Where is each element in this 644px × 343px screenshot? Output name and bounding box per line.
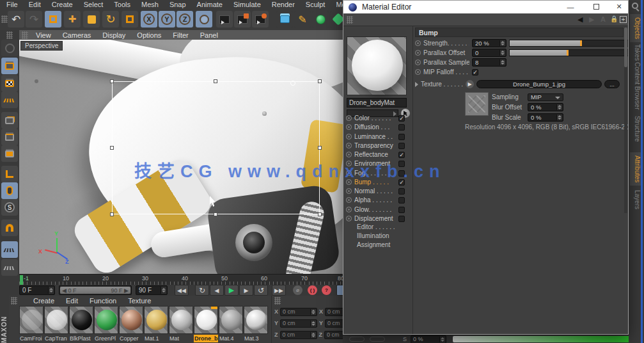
material-editor-titlebar[interactable]: Material Editor — ✕ bbox=[343, 1, 628, 13]
lock-y-axis-icon[interactable]: Y bbox=[159, 11, 175, 28]
material-item[interactable]: Mat bbox=[169, 306, 193, 343]
material-preview[interactable] bbox=[347, 36, 407, 95]
texture-file-button[interactable]: Drone_Bump_1.jpg bbox=[476, 80, 602, 88]
page-illumination[interactable]: Illumination bbox=[357, 232, 389, 239]
parallax-samples-anim-dot[interactable] bbox=[415, 60, 421, 65]
channel-displacement[interactable]: Displacement bbox=[346, 214, 410, 223]
model-mode-icon[interactable] bbox=[1, 58, 18, 74]
end-frame-field[interactable]: 90 F bbox=[136, 285, 168, 295]
parallax-samples-field[interactable]: 8 bbox=[472, 58, 507, 67]
channel-environment[interactable]: Environment bbox=[346, 159, 410, 168]
record-keyframe-icon[interactable]: ⌀ bbox=[293, 285, 302, 295]
rotate-tool-icon[interactable]: ↻ bbox=[102, 11, 119, 28]
coord-y-field[interactable]: 0 cm bbox=[280, 319, 317, 328]
material-item-selected[interactable]: Drone_b bbox=[194, 306, 218, 343]
me-scrollbar[interactable] bbox=[624, 28, 627, 213]
timeline-ruler[interactable]: -1 10 20 30 40 50 60 70 80 bbox=[19, 274, 343, 285]
channel-checkbox[interactable] bbox=[398, 188, 405, 195]
channel-checkbox[interactable] bbox=[398, 170, 405, 177]
channel-checkbox[interactable] bbox=[398, 161, 405, 167]
channel-checkbox[interactable] bbox=[398, 124, 405, 131]
redo-icon[interactable]: ↷ bbox=[26, 11, 42, 28]
me-toolbar-grip[interactable] bbox=[347, 16, 353, 24]
points-mode-icon[interactable] bbox=[1, 112, 18, 129]
menu-simulate[interactable]: Simulate bbox=[233, 1, 261, 8]
maximize-icon[interactable] bbox=[586, 1, 606, 13]
mat-menu-create[interactable]: Create bbox=[33, 297, 54, 305]
magnet-snap-icon[interactable] bbox=[1, 219, 18, 236]
blur-offset-field[interactable]: 0 % bbox=[528, 103, 563, 111]
spline-pen-icon[interactable]: ✎ bbox=[294, 11, 311, 28]
mat-menu-edit[interactable]: Edit bbox=[66, 297, 78, 305]
live-selection-icon[interactable] bbox=[45, 11, 61, 28]
play-loop-icon[interactable]: ↺ bbox=[254, 285, 268, 296]
world-mode-icon[interactable] bbox=[1, 40, 18, 56]
channel-checkbox[interactable]: ✓ bbox=[398, 115, 405, 122]
viewport-view-label[interactable]: Perspective bbox=[20, 41, 63, 51]
channel-checkbox[interactable] bbox=[398, 207, 405, 213]
channel-radio[interactable] bbox=[346, 152, 352, 157]
channel-radio[interactable] bbox=[346, 197, 352, 203]
strength-field[interactable]: 20 % bbox=[472, 39, 507, 47]
channel-normal[interactable]: Normal . . . . . bbox=[346, 187, 410, 195]
material-item[interactable]: Mat.1 bbox=[144, 306, 168, 343]
channel-transparency[interactable]: Transparency bbox=[346, 141, 410, 150]
lock-z-axis-icon[interactable]: Z bbox=[177, 11, 193, 28]
vp-menu-cameras[interactable]: Cameras bbox=[63, 31, 91, 39]
material-item[interactable]: Mat.3 bbox=[244, 306, 268, 343]
page-assignment[interactable]: Assignment bbox=[357, 241, 390, 248]
timeline-playhead[interactable] bbox=[20, 275, 23, 285]
channel-luminance[interactable]: Luminance . . bbox=[346, 132, 410, 141]
bump-section-header[interactable]: Bump bbox=[415, 28, 624, 37]
render-settings-icon[interactable] bbox=[252, 11, 269, 28]
strength-slider[interactable] bbox=[509, 40, 629, 47]
keyframe-options-icon[interactable]: ? bbox=[322, 285, 331, 295]
vp-menu-options[interactable]: Options bbox=[137, 31, 161, 39]
material-item[interactable]: CapTran bbox=[44, 306, 68, 343]
preview-size-slider[interactable] bbox=[453, 336, 638, 342]
channel-radio[interactable] bbox=[346, 161, 352, 166]
material-name-field[interactable]: Drone_bodyMat bbox=[347, 98, 407, 108]
render-view-icon[interactable] bbox=[216, 11, 233, 28]
channel-checkbox[interactable]: ✓ bbox=[398, 179, 405, 186]
play-backwards-loop-icon[interactable]: ↻ bbox=[195, 285, 209, 296]
vp-menu-view[interactable]: View bbox=[36, 31, 51, 39]
selection-handle-se[interactable] bbox=[318, 212, 322, 216]
channel-checkbox[interactable] bbox=[398, 197, 405, 203]
coord-z-field[interactable]: 0 cm bbox=[280, 331, 317, 339]
vp-menu-display[interactable]: Display bbox=[102, 31, 125, 39]
new-window-icon[interactable]: + bbox=[620, 16, 627, 23]
selection-handle-w[interactable] bbox=[110, 146, 114, 150]
material-item[interactable]: GreenPl bbox=[94, 306, 118, 343]
previous-frame-icon[interactable]: ◀ bbox=[210, 285, 224, 296]
material-item[interactable]: Copper bbox=[119, 306, 143, 343]
texture-expander-icon[interactable] bbox=[415, 82, 418, 87]
frame-range-slider[interactable]: ◀ 0 F 90 F ▶ bbox=[59, 285, 132, 295]
viewport-menu-grip[interactable] bbox=[22, 31, 28, 39]
toolbar-grip[interactable] bbox=[1, 15, 8, 23]
channel-radio[interactable] bbox=[346, 124, 352, 130]
mode-toolbar-grip[interactable] bbox=[6, 31, 13, 39]
channel-radio[interactable] bbox=[346, 115, 352, 121]
render-picture-viewer-icon[interactable] bbox=[234, 11, 251, 28]
selection-handle-e[interactable] bbox=[318, 146, 322, 150]
blur-scale-field[interactable]: 0 % bbox=[528, 113, 563, 122]
page-editor[interactable]: Editor . . . . . . bbox=[357, 223, 395, 230]
goto-start-icon[interactable]: ◀◀ bbox=[175, 285, 189, 296]
coordinates-grip[interactable] bbox=[274, 297, 281, 305]
size-field[interactable]: 0 % bbox=[411, 335, 446, 343]
texture-thumbnail[interactable] bbox=[465, 92, 489, 116]
channel-radio[interactable] bbox=[346, 188, 352, 194]
minimize-icon[interactable]: — bbox=[561, 1, 580, 13]
channel-radio[interactable] bbox=[346, 143, 352, 148]
vp-menu-filter[interactable]: Filter bbox=[173, 31, 188, 39]
texture-selection-rect[interactable] bbox=[112, 81, 320, 214]
coordinate-system-icon[interactable] bbox=[196, 11, 212, 28]
channel-checkbox[interactable]: ✓ bbox=[398, 152, 405, 158]
workplane-mode-icon[interactable] bbox=[1, 92, 18, 108]
channel-color[interactable]: Color . . . . . .✓ bbox=[346, 114, 410, 122]
nav-forward-icon[interactable]: ▶ bbox=[589, 15, 594, 24]
vp-menu-panel[interactable]: Panel bbox=[200, 31, 218, 39]
menu-animate[interactable]: Animate bbox=[197, 1, 223, 8]
play-icon[interactable]: ▶ bbox=[224, 285, 239, 296]
